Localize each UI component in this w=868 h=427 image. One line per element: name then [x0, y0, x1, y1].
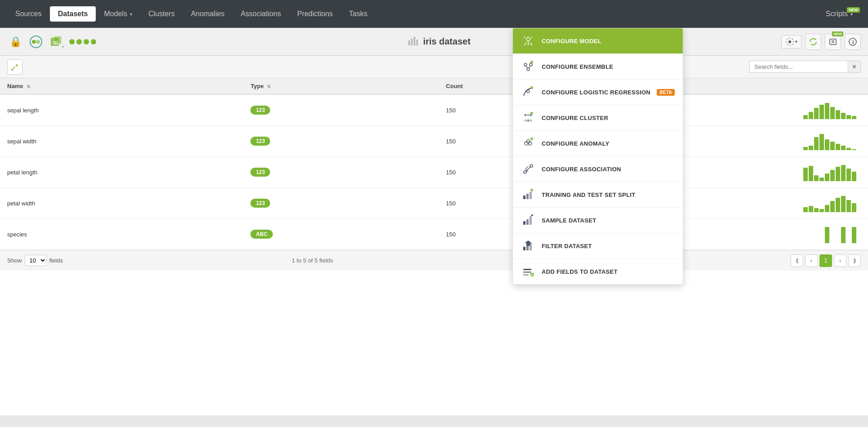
hist-bar: [836, 167, 840, 181]
nav-item-datasets[interactable]: Datasets: [50, 6, 96, 22]
svg-point-26: [530, 63, 532, 66]
col-header-name[interactable]: Name ⇅: [0, 78, 243, 94]
menu-label-configure-association: CONFIGURE ASSOCIATION: [542, 166, 621, 173]
menu-label-configure-anomaly: CONFIGURE ANOMALY: [542, 140, 610, 147]
menu-item-configure-model[interactable]: CONFIGURE MODEL: [513, 28, 683, 54]
show-fields-control: Show 10 25 50 fields: [7, 255, 63, 266]
table-footer: Show 10 25 50 fields 1 to 5 of 5 fields …: [0, 250, 868, 271]
menu-item-filter-dataset[interactable]: FILTER DATASET: [513, 233, 683, 259]
svg-rect-60: [523, 274, 529, 276]
dot-2: [76, 39, 82, 44]
svg-point-66: [13, 68, 14, 69]
prev-page-button[interactable]: ‹: [805, 254, 818, 267]
cell-histogram: [796, 188, 868, 219]
type-badge: ABC: [250, 230, 273, 239]
svg-point-37: [530, 120, 532, 122]
refresh-button[interactable]: [805, 34, 821, 50]
svg-point-64: [13, 67, 15, 68]
cell-type: 123: [243, 126, 439, 157]
type-badge: 123: [250, 106, 270, 115]
cell-histogram: [796, 157, 868, 188]
hist-bar: [825, 205, 829, 212]
menu-item-configure-cluster[interactable]: CONFIGURE CLUSTER: [513, 105, 683, 131]
pagination-info: 1 to 5 of 5 fields: [292, 257, 333, 264]
hist-bar: [814, 175, 819, 181]
lock-icon: 🔒: [7, 34, 23, 50]
hist-bar: [809, 112, 813, 119]
dataset-version-icon[interactable]: 3 | 1 ▾: [49, 34, 65, 50]
configure-association-icon: [521, 162, 535, 176]
svg-rect-9: [411, 39, 413, 45]
nav-item-predictions[interactable]: Predictions: [289, 6, 341, 22]
menu-item-add-fields[interactable]: + ADD FIELDS TO DATASET: [513, 259, 683, 285]
configure-model-icon: [521, 34, 535, 48]
fields-table: Name ⇅ Type ⇅ Count Missing sepal length: [0, 78, 868, 250]
nav-item-anomalies[interactable]: Anomalies: [183, 6, 233, 22]
dataset-icon[interactable]: [28, 34, 44, 50]
next-page-button[interactable]: ›: [834, 254, 846, 267]
search-clear-button[interactable]: ✕: [848, 61, 861, 73]
first-page-button[interactable]: ⟪: [791, 254, 803, 267]
menu-item-configure-anomaly[interactable]: CONFIGURE ANOMALY: [513, 131, 683, 156]
svg-rect-50: [523, 221, 525, 225]
svg-point-43: [530, 138, 533, 140]
menu-item-training-split[interactable]: TRAINING AND TEST SET SPLIT: [513, 182, 683, 208]
cell-name: species: [0, 219, 243, 250]
table-row: petal length 123 150 0: [0, 157, 868, 188]
cell-type: ABC: [243, 219, 439, 250]
scatter-icon[interactable]: [7, 59, 22, 75]
cell-histogram: [796, 219, 868, 250]
svg-rect-10: [414, 37, 415, 45]
subtoolbar: ✕: [0, 56, 868, 78]
svg-point-19: [526, 37, 530, 41]
menu-item-configure-logistic[interactable]: CONFIGURE LOGISTIC REGRESSION BETA: [513, 80, 683, 105]
menu-item-configure-ensemble[interactable]: CONFIGURE ENSEMBLE: [513, 54, 683, 80]
menu-item-configure-association[interactable]: CONFIGURE ASSOCIATION: [513, 156, 683, 182]
svg-point-23: [524, 36, 525, 38]
svg-point-25: [524, 63, 527, 66]
configure-ensemble-icon: [521, 59, 535, 74]
svg-text:+: +: [531, 272, 534, 277]
hist-bar: [809, 146, 813, 150]
menu-label-add-fields: ADD FIELDS TO DATASET: [542, 268, 618, 275]
svg-line-21: [530, 43, 532, 45]
nav-item-models[interactable]: Models ▾: [96, 6, 140, 22]
history-button[interactable]: NEW: [825, 34, 841, 50]
last-page-button[interactable]: ⟫: [848, 254, 861, 267]
nav-item-scripts[interactable]: Scripts ▾ NEW: [818, 6, 861, 22]
nav-item-associations[interactable]: Associations: [232, 6, 289, 22]
svg-rect-11: [416, 40, 418, 45]
main-content: ✕ Name ⇅ Type ⇅ Count Missing: [0, 56, 868, 415]
svg-point-44: [524, 171, 526, 173]
sample-dataset-icon: [521, 213, 535, 227]
dataset-title: iris dataset: [423, 36, 471, 47]
nav-item-sources[interactable]: Sources: [7, 6, 50, 22]
cell-type: 123: [243, 188, 439, 219]
hist-bar: [846, 169, 851, 181]
page-1-button[interactable]: 1: [819, 254, 832, 267]
hist-bar: [830, 201, 835, 212]
svg-rect-59: [523, 271, 531, 273]
menu-item-sample-dataset[interactable]: SAMPLE DATASET: [513, 208, 683, 233]
settings-button[interactable]: [781, 35, 801, 49]
name-sort-icon: ⇅: [27, 84, 30, 89]
hist-bar: [852, 172, 856, 181]
search-input[interactable]: [749, 61, 848, 73]
col-header-histogram: [796, 78, 868, 94]
hist-bar: [841, 146, 846, 150]
chart-icon: [407, 34, 419, 49]
type-badge: 123: [250, 199, 270, 208]
svg-line-29: [528, 66, 531, 68]
col-header-type[interactable]: Type ⇅: [243, 78, 439, 94]
table-row: sepal width 123 150 0: [0, 126, 868, 157]
hist-bar: [825, 173, 829, 181]
hist-bar: [819, 134, 824, 150]
svg-text:i: i: [852, 39, 854, 45]
menu-label-sample-dataset: SAMPLE DATASET: [542, 217, 596, 224]
beta-badge: BETA: [657, 89, 675, 96]
nav-item-tasks[interactable]: Tasks: [341, 6, 375, 22]
toolbar-right-actions: NEW i: [781, 34, 861, 50]
nav-item-clusters[interactable]: Clusters: [140, 6, 183, 22]
info-button[interactable]: i: [845, 34, 861, 50]
fields-per-page-select[interactable]: 10 25 50: [25, 255, 47, 266]
